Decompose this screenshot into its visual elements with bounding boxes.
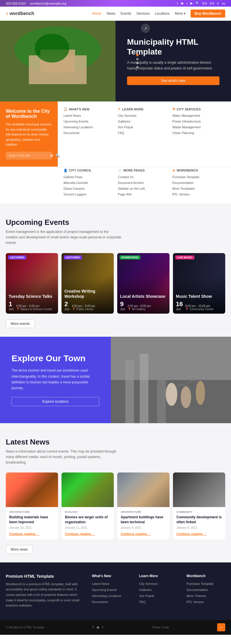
event-content-3: Local Artists Showcase 9 Jun 2:00 pm - 8…	[117, 291, 169, 313]
search-filter-icon[interactable]: ⊞	[50, 153, 53, 158]
event-day-month-2: 2 Jun	[64, 301, 70, 311]
event-month-2: Jun	[64, 307, 70, 311]
footer-wn-3[interactable]: Interesting Locations	[92, 594, 121, 598]
more-pages-item-2[interactable]: Document Archive	[118, 181, 144, 184]
more-pages-title: MORE PAGES	[123, 169, 145, 172]
lang-es[interactable]: es	[222, 2, 225, 5]
scroll-top-button[interactable]: ↑	[217, 623, 225, 631]
footer-wn-2[interactable]: Upcoming Events	[92, 588, 117, 592]
nav-more[interactable]: More ▾	[175, 12, 186, 16]
learn-more-item-3[interactable]: Vox Populi	[118, 125, 133, 129]
wordbench-title: WORDBENCH	[177, 169, 198, 172]
logo[interactable]: ≡ wordbench	[6, 11, 34, 16]
event-card-3[interactable]: Exhibitions Local Artists Showcase 9 Jun…	[117, 253, 169, 314]
hero-dot-4[interactable]	[136, 66, 139, 68]
news-body-2: ECOLOGY Biomes are larger units of organ…	[62, 507, 114, 539]
event-card-4[interactable]: Live Music Music Talent Show 16 Jun 8:00…	[173, 253, 225, 314]
more-pages-menu: 📄 MORE PAGES Contact Us Document Archive…	[118, 169, 171, 198]
whats-new-item-4[interactable]: Documents	[64, 131, 80, 135]
whats-new-item-1[interactable]: Latest News	[64, 114, 81, 117]
city-services-item-3[interactable]: Waste Management	[172, 125, 201, 129]
more-pages-item-1[interactable]: Contact Us	[118, 175, 133, 179]
hero-cta-button[interactable]: See what's new	[127, 76, 219, 85]
footer-credits: Theme Credit	[151, 626, 169, 629]
search-input[interactable]	[9, 154, 49, 157]
city-services-list: Water Management Power Infrastructure Wa…	[172, 113, 225, 135]
footer-wn-1[interactable]: Latest News	[92, 582, 109, 585]
news-card-2[interactable]: ECOLOGY Biomes are larger units of organ…	[62, 472, 114, 539]
social-ig-icon[interactable]: ◉	[181, 1, 184, 5]
explore-button[interactable]: Explore locations	[12, 397, 99, 406]
nav-news[interactable]: News	[107, 12, 115, 16]
news-section-title: Latest News	[6, 438, 225, 447]
share-icon[interactable]: ↗	[141, 24, 150, 33]
footer-lm-1[interactable]: City Services	[139, 582, 158, 585]
news-card-4[interactable]: COMMUNITY Community development is often…	[173, 472, 225, 539]
social-tw-icon[interactable]: t	[187, 2, 187, 5]
hero-description: A municipality is usually a single admin…	[127, 60, 219, 71]
footer-learn-more-list: City Services Galleries Vox Populi FAQ	[139, 581, 178, 604]
buy-button[interactable]: Buy Wordbench	[191, 10, 225, 18]
learn-more-item-1[interactable]: City Services	[118, 114, 136, 117]
footer-wb-2[interactable]: Documentation	[187, 588, 208, 592]
learn-more-item-4[interactable]: FAQ	[118, 131, 124, 135]
lang-fr[interactable]: fr	[217, 2, 219, 5]
news-card-1[interactable]: ARCHITECTURE Building materials have bee…	[6, 472, 58, 539]
wordbench-item-2[interactable]: Documentation	[172, 181, 194, 184]
whats-new-icon: 📋	[64, 107, 68, 111]
news-link-1[interactable]: Continue reading →	[9, 532, 40, 536]
event-card-2[interactable]: Lectures Creative Writing Workshop 2 Jun…	[62, 253, 114, 314]
footer-wb-3[interactable]: More Themes	[187, 594, 206, 598]
nav-services[interactable]: Services	[136, 12, 150, 16]
footer-fb-icon[interactable]: f	[93, 625, 94, 629]
news-title-4: Community development is often linked	[176, 515, 222, 525]
news-link-2[interactable]: Continue reading →	[65, 532, 95, 536]
footer-learn-more-title: Learn More	[139, 574, 178, 578]
nav-home[interactable]: Home	[92, 12, 101, 16]
footer-lm-2[interactable]: Galleries	[139, 588, 152, 592]
city-services-item-1[interactable]: Water Management	[172, 114, 200, 117]
main-nav: Home News Events Services Locations More…	[92, 10, 225, 18]
more-events-button[interactable]: More events	[6, 319, 35, 328]
social-fb-icon[interactable]: f	[177, 2, 178, 5]
event-card-1[interactable]: Lectures Tuesday Science Talks 1 Jun 4:0…	[6, 253, 58, 314]
lang-en[interactable]: EN	[210, 2, 214, 5]
council-item-1[interactable]: Gabriel Finas	[64, 175, 82, 179]
hero-dot-1[interactable]	[136, 54, 139, 56]
whats-new-item-2[interactable]: Upcoming Events	[64, 120, 88, 123]
learn-more-item-2[interactable]: Galleries	[118, 120, 130, 123]
wordbench-item-4[interactable]: RTL Version	[172, 193, 190, 196]
news-card-3[interactable]: ARCHITECTURE Apartment buildings have be…	[117, 472, 169, 539]
footer-ig-icon[interactable]: ◉	[96, 625, 99, 629]
footer-wb-4[interactable]: RTL Version	[187, 600, 204, 604]
council-item-2[interactable]: Marcella Gerhold	[64, 181, 88, 184]
more-news-button[interactable]: More news	[6, 545, 33, 554]
council-item-3[interactable]: Diana Campos	[64, 187, 85, 190]
social-yt-icon[interactable]: ▶	[190, 1, 193, 5]
wordbench-item-1[interactable]: Purchase Template	[172, 175, 200, 179]
wordbench-item-3[interactable]: More Templates	[172, 187, 195, 190]
more-pages-item-3[interactable]: Sidebar on the Left	[118, 187, 145, 190]
search-icon[interactable]: 🔍	[195, 1, 200, 5]
footer-tw-icon[interactable]: t	[102, 625, 103, 629]
more-pages-item-4[interactable]: Page 404	[118, 193, 131, 196]
news-link-4[interactable]: Continue reading →	[176, 532, 207, 536]
whats-new-item-3[interactable]: Interesting Locations	[64, 125, 93, 129]
city-services-item-2[interactable]: Power Infrastructure	[172, 120, 201, 123]
hero-dot-3[interactable]	[136, 62, 139, 64]
city-services-item-4[interactable]: Urban Planning	[172, 131, 194, 135]
footer-wn-4[interactable]: Documents	[92, 600, 108, 604]
location-pin-icon-1: 📍	[16, 308, 20, 311]
news-link-3[interactable]: Continue reading →	[121, 532, 151, 536]
council-item-4[interactable]: Vincent Luggers	[64, 193, 86, 196]
language-selector[interactable]: EN	[202, 2, 207, 5]
news-date-3: January 8, 2021	[121, 526, 166, 529]
search-box[interactable]: ⊞ 🔍	[6, 152, 52, 159]
nav-events[interactable]: Events	[120, 12, 131, 16]
footer-wb-1[interactable]: Purchase Template	[187, 582, 214, 585]
hero-dot-2[interactable]	[136, 58, 139, 60]
footer-lm-4[interactable]: FAQ	[139, 600, 146, 604]
nav-locations[interactable]: Locations	[155, 12, 169, 16]
footer-lm-3[interactable]: Vox Populi	[139, 594, 154, 598]
whats-new-list: Latest News Upcoming Events Interesting …	[64, 113, 116, 135]
